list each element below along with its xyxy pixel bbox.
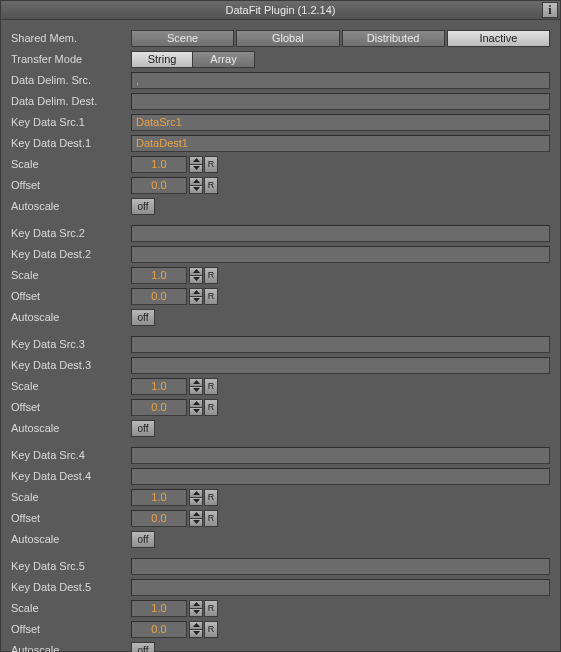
scale-reset-button[interactable]: R bbox=[204, 600, 218, 617]
scale-input[interactable] bbox=[131, 489, 187, 506]
key-data-src-input[interactable] bbox=[131, 225, 550, 242]
svg-marker-5 bbox=[193, 277, 200, 281]
key-data-dest-label: Key Data Dest.5 bbox=[9, 581, 131, 593]
chevron-up-icon[interactable] bbox=[189, 489, 203, 498]
scale-input[interactable] bbox=[131, 600, 187, 617]
autoscale-toggle[interactable]: off bbox=[131, 309, 155, 326]
scale-label: Scale bbox=[9, 158, 131, 170]
offset-reset-button[interactable]: R bbox=[204, 399, 218, 416]
svg-marker-18 bbox=[193, 623, 200, 627]
tab-global[interactable]: Global bbox=[236, 30, 339, 47]
chevron-down-icon[interactable] bbox=[189, 387, 203, 395]
tab-distributed[interactable]: Distributed bbox=[342, 30, 445, 47]
scale-reset-button[interactable]: R bbox=[204, 267, 218, 284]
offset-spinner[interactable] bbox=[189, 288, 203, 305]
svg-marker-6 bbox=[193, 290, 200, 294]
offset-spinner[interactable] bbox=[189, 621, 203, 638]
svg-marker-2 bbox=[193, 179, 200, 183]
chevron-up-icon[interactable] bbox=[189, 156, 203, 165]
data-delim-src-input[interactable] bbox=[131, 72, 550, 89]
scale-spinner[interactable] bbox=[189, 267, 203, 284]
scale-spinner[interactable] bbox=[189, 489, 203, 506]
key-data-dest-input[interactable] bbox=[131, 579, 550, 596]
key-data-dest-label: Key Data Dest.4 bbox=[9, 470, 131, 482]
key-data-src-input[interactable] bbox=[131, 336, 550, 353]
key-data-src-label: Key Data Src.3 bbox=[9, 338, 131, 350]
scale-reset-button[interactable]: R bbox=[204, 378, 218, 395]
svg-marker-3 bbox=[193, 187, 200, 191]
scale-input[interactable] bbox=[131, 378, 187, 395]
key-data-dest-input[interactable] bbox=[131, 357, 550, 374]
scale-label: Scale bbox=[9, 491, 131, 503]
key-data-dest-input[interactable] bbox=[131, 135, 550, 152]
chevron-up-icon[interactable] bbox=[189, 600, 203, 609]
chevron-up-icon[interactable] bbox=[189, 399, 203, 408]
key-data-src-label: Key Data Src.5 bbox=[9, 560, 131, 572]
chevron-down-icon[interactable] bbox=[189, 519, 203, 527]
autoscale-toggle[interactable]: off bbox=[131, 531, 155, 548]
scale-label: Scale bbox=[9, 380, 131, 392]
chevron-up-icon[interactable] bbox=[189, 621, 203, 630]
offset-reset-button[interactable]: R bbox=[204, 288, 218, 305]
offset-input[interactable] bbox=[131, 399, 187, 416]
offset-spinner[interactable] bbox=[189, 399, 203, 416]
key-data-dest-input[interactable] bbox=[131, 468, 550, 485]
scale-reset-button[interactable]: R bbox=[204, 156, 218, 173]
offset-spinner[interactable] bbox=[189, 510, 203, 527]
key-data-src-input[interactable] bbox=[131, 114, 550, 131]
key-data-src-input[interactable] bbox=[131, 447, 550, 464]
chevron-up-icon[interactable] bbox=[189, 177, 203, 186]
svg-marker-0 bbox=[193, 158, 200, 162]
scale-spinner[interactable] bbox=[189, 600, 203, 617]
title-bar: DataFit Plugin (1.2.14) i bbox=[1, 1, 560, 20]
chevron-down-icon[interactable] bbox=[189, 297, 203, 305]
tab-inactive[interactable]: Inactive bbox=[447, 30, 550, 47]
scale-reset-button[interactable]: R bbox=[204, 489, 218, 506]
key-data-src-label: Key Data Src.2 bbox=[9, 227, 131, 239]
tab-scene[interactable]: Scene bbox=[131, 30, 234, 47]
key-data-dest-label: Key Data Dest.3 bbox=[9, 359, 131, 371]
offset-spinner[interactable] bbox=[189, 177, 203, 194]
scale-spinner[interactable] bbox=[189, 378, 203, 395]
mode-string[interactable]: String bbox=[131, 51, 193, 68]
offset-reset-button[interactable]: R bbox=[204, 177, 218, 194]
chevron-down-icon[interactable] bbox=[189, 498, 203, 506]
svg-marker-15 bbox=[193, 520, 200, 524]
data-delim-src-label: Data Delim. Src. bbox=[9, 74, 131, 86]
autoscale-toggle[interactable]: off bbox=[131, 642, 155, 653]
chevron-down-icon[interactable] bbox=[189, 408, 203, 416]
scale-input[interactable] bbox=[131, 156, 187, 173]
svg-marker-12 bbox=[193, 491, 200, 495]
offset-input[interactable] bbox=[131, 177, 187, 194]
offset-label: Offset bbox=[9, 512, 131, 524]
offset-reset-button[interactable]: R bbox=[204, 510, 218, 527]
chevron-up-icon[interactable] bbox=[189, 288, 203, 297]
offset-input[interactable] bbox=[131, 510, 187, 527]
key-data-src-label: Key Data Src.4 bbox=[9, 449, 131, 461]
offset-input[interactable] bbox=[131, 288, 187, 305]
chevron-down-icon[interactable] bbox=[189, 630, 203, 638]
key-data-dest-input[interactable] bbox=[131, 246, 550, 263]
offset-input[interactable] bbox=[131, 621, 187, 638]
chevron-down-icon[interactable] bbox=[189, 276, 203, 284]
key-data-src-input[interactable] bbox=[131, 558, 550, 575]
offset-label: Offset bbox=[9, 179, 131, 191]
chevron-up-icon[interactable] bbox=[189, 378, 203, 387]
info-button[interactable]: i bbox=[542, 2, 558, 18]
key-data-dest-label: Key Data Dest.1 bbox=[9, 137, 131, 149]
chevron-up-icon[interactable] bbox=[189, 267, 203, 276]
offset-reset-button[interactable]: R bbox=[204, 621, 218, 638]
scale-label: Scale bbox=[9, 269, 131, 281]
autoscale-toggle[interactable]: off bbox=[131, 420, 155, 437]
chevron-up-icon[interactable] bbox=[189, 510, 203, 519]
scale-spinner[interactable] bbox=[189, 156, 203, 173]
svg-marker-4 bbox=[193, 269, 200, 273]
chevron-down-icon[interactable] bbox=[189, 165, 203, 173]
scale-input[interactable] bbox=[131, 267, 187, 284]
autoscale-toggle[interactable]: off bbox=[131, 198, 155, 215]
data-delim-dest-input[interactable] bbox=[131, 93, 550, 110]
chevron-down-icon[interactable] bbox=[189, 186, 203, 194]
mode-array[interactable]: Array bbox=[193, 51, 255, 68]
autoscale-label: Autoscale bbox=[9, 533, 131, 545]
chevron-down-icon[interactable] bbox=[189, 609, 203, 617]
